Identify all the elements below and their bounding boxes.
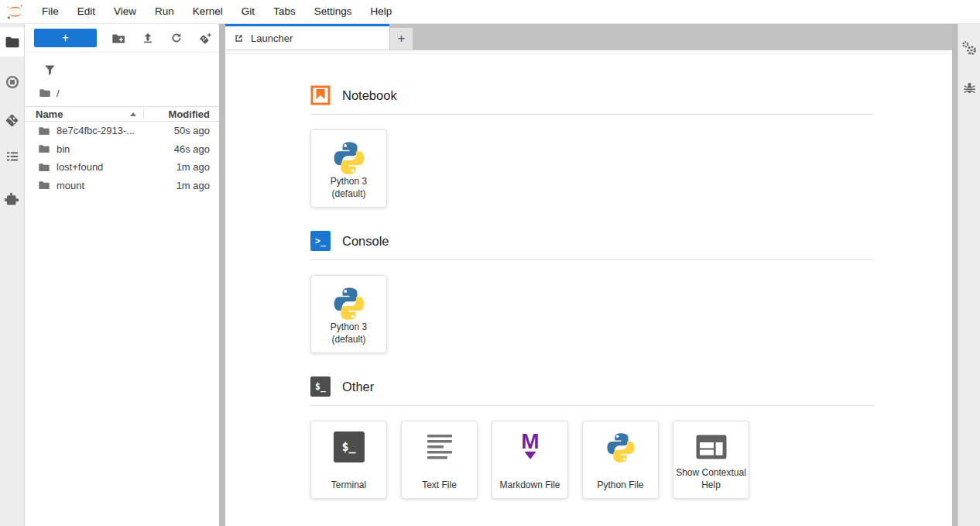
right-panel-splitter[interactable] — [952, 24, 958, 526]
card-label: Show Contextual Help — [676, 467, 746, 492]
card-label-line1: Python 3 — [331, 321, 367, 334]
breadcrumb-root[interactable]: / — [57, 88, 60, 99]
card-label: Text File — [422, 480, 457, 492]
git-clone-button[interactable] — [198, 32, 211, 45]
menu-kernel[interactable]: Kernel — [183, 0, 232, 23]
card-label: Python File — [597, 480, 643, 492]
markdown-icon: M — [513, 431, 547, 464]
folder-icon — [5, 35, 19, 50]
sidebar-tab-toc[interactable] — [0, 142, 24, 171]
section-title-notebook: Notebook — [342, 88, 397, 103]
card-label-line2: (default) — [331, 188, 367, 201]
python-logo-icon — [605, 431, 637, 464]
launcher-card-text-file[interactable]: Text File — [401, 421, 478, 499]
new-folder-icon — [112, 32, 125, 45]
file-modified: 46s ago — [174, 143, 210, 155]
launcher-card-terminal[interactable]: $_ Terminal — [310, 421, 387, 499]
folder-icon — [38, 143, 50, 155]
menu-tabs[interactable]: Tabs — [264, 0, 305, 23]
sidebar-tab-property-inspector[interactable] — [958, 33, 980, 63]
launcher-card-console-python3[interactable]: Python 3 (default) — [310, 275, 387, 353]
section-title-other: Other — [342, 380, 374, 394]
svg-text:M: M — [521, 431, 539, 453]
section-divider — [310, 405, 874, 406]
card-label: Terminal — [331, 480, 366, 492]
breadcrumb: / — [25, 82, 219, 104]
file-name: mount — [57, 180, 170, 191]
refresh-button[interactable] — [170, 32, 183, 45]
section-divider — [310, 260, 874, 260]
home-folder-icon[interactable] — [39, 87, 51, 99]
contextual-help-icon — [696, 435, 727, 459]
git-clone-icon — [198, 32, 211, 45]
file-browser-panel: + — [25, 24, 219, 526]
folder-icon — [38, 161, 50, 174]
launcher-panel: Notebook Python 3 (default) >_ Console — [225, 50, 952, 526]
launcher-card-notebook-python3[interactable]: Python 3 (default) — [310, 129, 387, 208]
card-label-line2: (default) — [331, 334, 367, 346]
new-tab-button[interactable]: + — [390, 28, 413, 50]
bug-debugger-icon — [963, 81, 976, 95]
section-other: $_ Other $_ Terminal Text F — [310, 376, 874, 499]
file-row[interactable]: bin 46s ago — [25, 140, 219, 159]
left-activity-bar — [0, 24, 25, 526]
file-name: bin — [57, 143, 168, 155]
folder-icon — [38, 125, 50, 137]
tab-bar: Launcher + — [225, 24, 952, 50]
sidebar-tab-file-browser[interactable] — [0, 27, 24, 57]
python-logo-icon — [329, 140, 369, 176]
left-panel-splitter[interactable] — [219, 24, 225, 526]
sidebar-tab-debugger[interactable] — [958, 73, 980, 102]
menu-file[interactable]: File — [33, 0, 68, 23]
section-divider — [310, 114, 874, 115]
sort-ascending-icon — [130, 112, 136, 116]
file-name: 8e7c4fbc-2913-... — [57, 125, 168, 136]
file-row[interactable]: lost+found 1m ago — [25, 158, 219, 177]
folder-icon — [38, 179, 50, 191]
terminal-icon: $_ — [310, 376, 331, 397]
menu-bar: File Edit View Run Kernel Git Tabs Setti… — [0, 0, 980, 24]
launcher-tab-icon — [233, 33, 245, 44]
table-of-contents-icon — [5, 150, 19, 163]
launcher-card-markdown-file[interactable]: M Markdown File — [492, 421, 568, 499]
column-header-modified[interactable]: Modified — [169, 108, 210, 120]
column-header-name[interactable]: Name — [25, 108, 63, 120]
file-list-header: Name Modified — [25, 106, 219, 122]
menu-view[interactable]: View — [105, 0, 146, 23]
sidebar-tab-running[interactable] — [0, 67, 24, 97]
upload-button[interactable] — [141, 32, 154, 45]
launcher-card-contextual-help[interactable]: Show Contextual Help — [673, 421, 749, 499]
right-activity-bar — [958, 24, 980, 526]
tab-launcher[interactable]: Launcher — [225, 24, 389, 50]
menu-help[interactable]: Help — [361, 0, 401, 23]
menu-edit[interactable]: Edit — [68, 0, 105, 23]
section-console: >_ Console Python 3 (default) — [310, 231, 874, 353]
menu-run[interactable]: Run — [146, 0, 183, 23]
new-launcher-button[interactable]: + — [34, 29, 97, 47]
terminal-icon: $_ — [334, 431, 365, 462]
file-browser-toolbar: + — [25, 24, 219, 53]
file-modified: 1m ago — [176, 180, 210, 191]
gears-icon — [962, 41, 977, 56]
file-modified: 50s ago — [174, 125, 210, 136]
sidebar-tab-git[interactable] — [0, 105, 24, 135]
section-notebook: Notebook Python 3 (default) — [310, 85, 874, 208]
file-row[interactable]: 8e7c4fbc-2913-... 50s ago — [25, 122, 219, 140]
card-label-line1: Python 3 — [331, 176, 367, 188]
sidebar-tab-extensions[interactable] — [0, 184, 24, 213]
launcher-card-python-file[interactable]: Python File — [582, 421, 659, 499]
file-name: lost+found — [57, 161, 170, 173]
new-folder-button[interactable] — [112, 32, 125, 45]
running-sessions-icon — [5, 75, 19, 89]
menu-git[interactable]: Git — [232, 0, 264, 23]
section-title-console: Console — [342, 234, 389, 249]
file-filter-row — [25, 57, 219, 82]
filter-toggle-button[interactable] — [44, 64, 56, 76]
notebook-icon — [310, 85, 331, 105]
tab-launcher-label: Launcher — [251, 33, 293, 44]
main-dock-panel: Launcher + Notebook Python 3 (default) — [225, 24, 952, 526]
text-file-icon — [424, 431, 455, 462]
menu-settings[interactable]: Settings — [305, 0, 362, 23]
file-row[interactable]: mount 1m ago — [25, 177, 219, 195]
jupyter-logo-icon — [6, 3, 24, 21]
